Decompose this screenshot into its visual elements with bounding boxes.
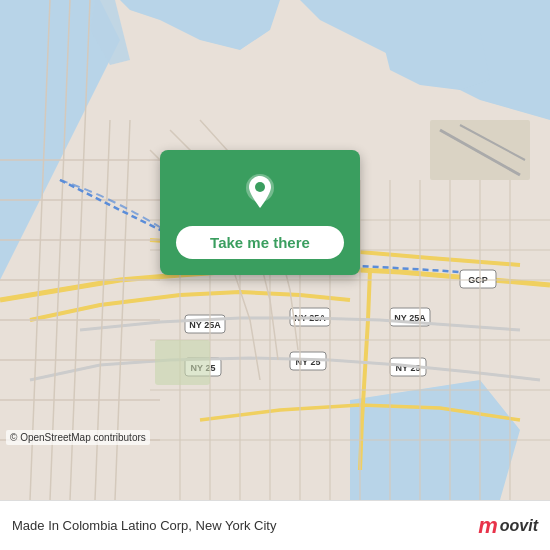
take-me-there-button[interactable]: Take me there: [176, 226, 344, 259]
button-overlay: Take me there: [160, 150, 360, 275]
moovit-logo: m oovit: [478, 513, 538, 539]
location-pin-icon: [238, 170, 282, 214]
bottom-bar: Made In Colombia Latino Corp, New York C…: [0, 500, 550, 550]
location-text: Made In Colombia Latino Corp, New York C…: [12, 518, 276, 533]
moovit-rest-text: oovit: [500, 517, 538, 535]
svg-rect-46: [155, 340, 210, 385]
svg-point-52: [255, 182, 265, 192]
osm-attribution: © OpenStreetMap contributors: [6, 430, 150, 445]
moovit-m-letter: m: [478, 513, 498, 539]
map-container: NY 25 NY 25 NY 25 NY 25A NY 25A NY 25A G…: [0, 0, 550, 500]
